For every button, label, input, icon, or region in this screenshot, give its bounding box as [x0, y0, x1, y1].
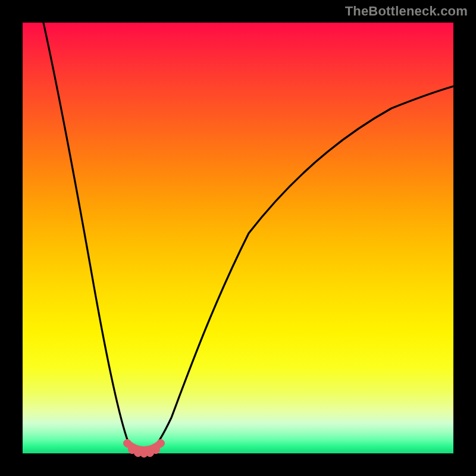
- curve-right: [148, 86, 453, 453]
- curve-left: [43, 23, 142, 453]
- chart-svg: [23, 23, 453, 453]
- marker-cluster: [124, 440, 165, 458]
- chart-container: TheBottleneck.com: [0, 0, 476, 476]
- watermark-text: TheBottleneck.com: [345, 4, 468, 19]
